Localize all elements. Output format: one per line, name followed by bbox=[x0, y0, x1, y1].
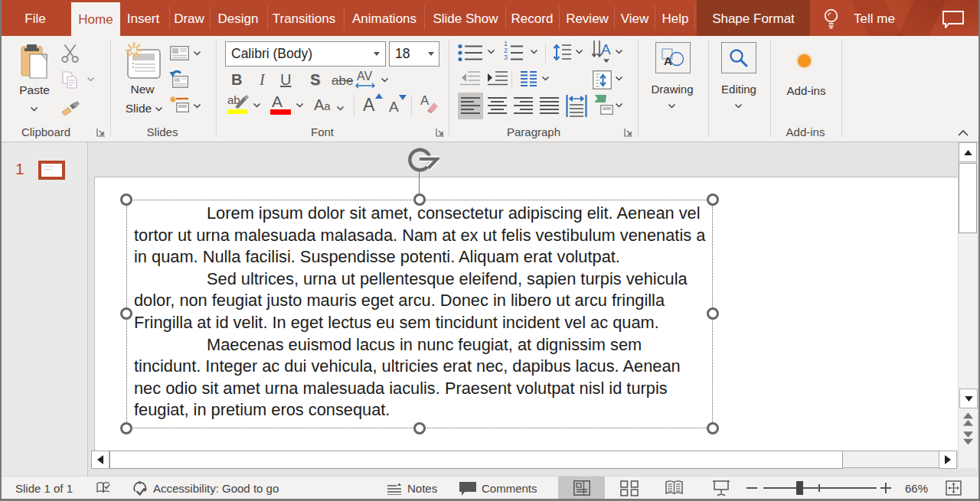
svg-text:A: A bbox=[601, 41, 611, 57]
svg-text:A: A bbox=[664, 54, 672, 67]
